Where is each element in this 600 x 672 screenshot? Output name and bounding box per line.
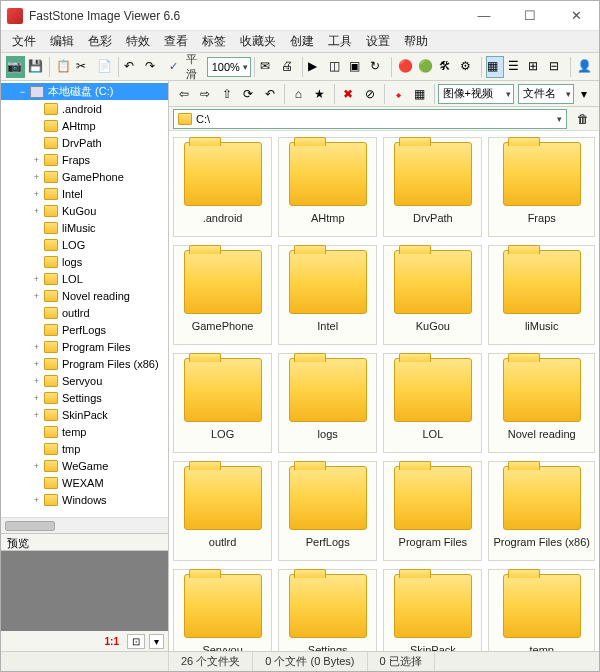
close-button[interactable]: ✕ [553,1,599,31]
tree-node[interactable]: AHtmp [1,117,168,134]
tree-node[interactable]: +Novel reading [1,287,168,304]
paste-button[interactable]: 📄 [96,56,115,78]
preview-fit-button[interactable]: ⊡ [127,634,145,649]
settings-button[interactable]: ⚙ [458,56,477,78]
thumbnail-item[interactable]: KuGou [383,245,482,345]
tree-node[interactable]: LOG [1,236,168,253]
expander-icon[interactable]: + [31,274,42,284]
menu-6[interactable]: 收藏夹 [233,31,283,52]
tree-node[interactable]: +LOL [1,270,168,287]
print-button[interactable]: 🖨 [279,56,298,78]
view-list-button[interactable]: ☰ [506,56,525,78]
address-combo[interactable]: C:\ [173,109,567,129]
thumbnail-item[interactable]: temp [488,569,595,651]
tree-node[interactable]: DrvPath [1,134,168,151]
tree-node[interactable]: +Fraps [1,151,168,168]
thumbnail-item[interactable]: liMusic [488,245,595,345]
nav-delete-button[interactable]: ✖ [339,83,359,105]
expander-icon[interactable]: + [31,291,42,301]
trash-button[interactable]: 🗑 [572,108,594,130]
menu-5[interactable]: 标签 [195,31,233,52]
tag-red-button[interactable]: 🔴 [396,56,415,78]
thumbnail-item[interactable]: DrvPath [383,137,482,237]
menu-9[interactable]: 设置 [359,31,397,52]
thumbnail-item[interactable]: Program Files (x86) [488,461,595,561]
menu-3[interactable]: 特效 [119,31,157,52]
expander-icon[interactable]: + [31,359,42,369]
nav-tag-button[interactable]: ⬥ [389,83,409,105]
thumbnail-item[interactable]: LOG [173,353,272,453]
contact-button[interactable]: 👤 [575,56,594,78]
thumbnail-item[interactable]: SkinPack [383,569,482,651]
rotate-button[interactable]: ↻ [369,56,388,78]
tree-node[interactable]: +Program Files [1,338,168,355]
sort-combo[interactable]: 文件名 [518,84,574,104]
tree-node[interactable]: tmp [1,440,168,457]
view-fullscreen-button[interactable]: ⊟ [548,56,567,78]
nav-up-button[interactable]: ⇧ [217,83,237,105]
view-thumbnails-button[interactable]: ▦ [486,56,505,78]
nav-refresh-button[interactable]: ⟳ [239,83,259,105]
preview-zoom-button[interactable]: ▾ [149,634,164,649]
menu-10[interactable]: 帮助 [397,31,435,52]
nav-select-button[interactable]: ▦ [410,83,430,105]
compare-button[interactable]: ◫ [327,56,346,78]
tree-node[interactable]: PerfLogs [1,321,168,338]
expander-icon[interactable]: + [31,172,42,182]
tree-node[interactable]: temp [1,423,168,440]
tree-node[interactable]: .android [1,100,168,117]
undo-button[interactable]: ↶ [123,56,142,78]
nav-favorite-button[interactable]: ★ [310,83,330,105]
tree-node[interactable]: +SkinPack [1,406,168,423]
expander-icon[interactable]: + [31,189,42,199]
expander-icon[interactable]: + [31,461,42,471]
expander-icon[interactable]: − [17,87,28,97]
thumbnail-item[interactable]: Intel [278,245,377,345]
zoom-1-1-button[interactable]: 1:1 [101,635,123,648]
thumbnail-item[interactable]: AHtmp [278,137,377,237]
thumbnail-item[interactable]: Program Files [383,461,482,561]
tree-node[interactable]: +Program Files (x86) [1,355,168,372]
menu-8[interactable]: 工具 [321,31,359,52]
nav-home-button[interactable]: ⌂ [289,83,309,105]
redo-button[interactable]: ↷ [144,56,163,78]
tree-node[interactable]: +WeGame [1,457,168,474]
tree-node[interactable]: +Servyou [1,372,168,389]
maximize-button[interactable]: ☐ [507,1,553,31]
tree-node[interactable]: +Windows [1,491,168,508]
tree-node[interactable]: liMusic [1,219,168,236]
nav-stop-button[interactable]: ⊘ [360,83,380,105]
nav-back-button[interactable]: ⇦ [174,83,194,105]
slideshow-button[interactable]: ▶ [307,56,326,78]
menu-7[interactable]: 创建 [283,31,321,52]
tree-node[interactable]: WEXAM [1,474,168,491]
expander-icon[interactable]: + [31,410,42,420]
expander-icon[interactable]: + [31,376,42,386]
thumbnail-item[interactable]: logs [278,353,377,453]
thumbnail-item[interactable]: Settings [278,569,377,651]
tree-node[interactable]: +GamePhone [1,168,168,185]
thumbnail-item[interactable]: Fraps [488,137,595,237]
nav-undo-button[interactable]: ↶ [260,83,280,105]
tree-node[interactable]: logs [1,253,168,270]
tools-button[interactable]: 🛠 [438,56,457,78]
folder-tree[interactable]: − 本地磁盘 (C:) .androidAHtmpDrvPath+Fraps+G… [1,81,168,517]
filter-combo[interactable]: 图像+视频 [438,84,514,104]
copy-button[interactable]: 📋 [54,56,73,78]
thumbnail-item[interactable]: LOL [383,353,482,453]
menu-4[interactable]: 查看 [157,31,195,52]
tree-node[interactable]: outlrd [1,304,168,321]
thumbnail-item[interactable]: Servyou [173,569,272,651]
expander-icon[interactable]: + [31,206,42,216]
thumbnail-item[interactable]: PerfLogs [278,461,377,561]
menu-2[interactable]: 色彩 [81,31,119,52]
cut-button[interactable]: ✂ [75,56,94,78]
thumbnail-item[interactable]: GamePhone [173,245,272,345]
tree-node[interactable]: +KuGou [1,202,168,219]
tree-node[interactable]: +Intel [1,185,168,202]
expander-icon[interactable]: + [31,495,42,505]
expander-icon[interactable]: + [31,393,42,403]
tree-node[interactable]: +Settings [1,389,168,406]
menu-1[interactable]: 编辑 [43,31,81,52]
mail-button[interactable]: ✉ [259,56,278,78]
